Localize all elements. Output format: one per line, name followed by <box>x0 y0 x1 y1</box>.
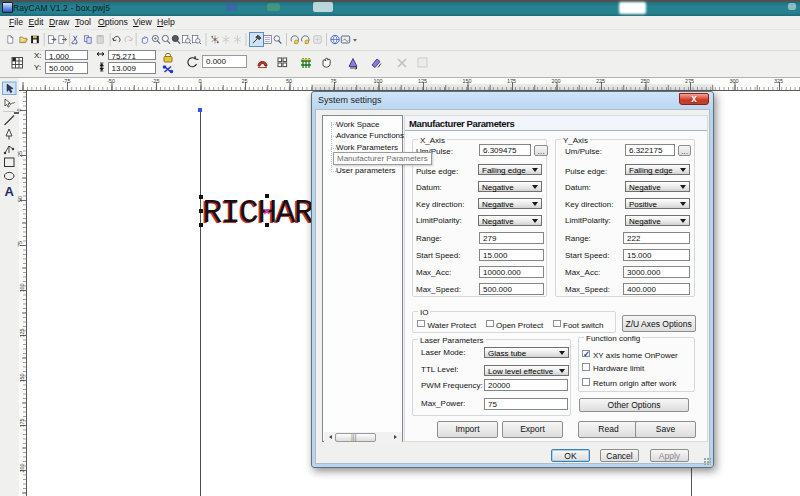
svg-text:A: A <box>5 184 15 199</box>
